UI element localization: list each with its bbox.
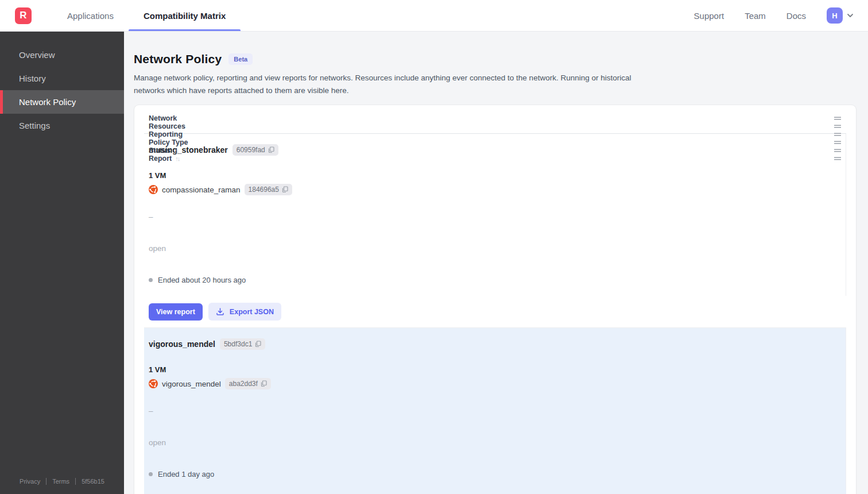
app-logo[interactable]: R xyxy=(15,7,32,24)
sidebar-footer: Privacy Terms 5f56b15 xyxy=(0,470,124,494)
sort-icon[interactable]: ↑↓ xyxy=(175,155,179,163)
col-label: Report xyxy=(149,155,172,163)
link-support[interactable]: Support xyxy=(694,11,724,21)
resource-id-badge[interactable]: aba2dd3f xyxy=(225,378,271,389)
copy-icon xyxy=(255,341,261,348)
col-label: Reporting xyxy=(149,130,183,138)
col-header-network[interactable]: Network xyxy=(144,114,846,122)
sort-icon[interactable]: ↑↓ xyxy=(174,147,178,155)
build-version: 5f56b15 xyxy=(82,478,104,485)
column-menu-icon[interactable] xyxy=(834,156,842,161)
sidebar-item-overview[interactable]: Overview xyxy=(0,43,124,67)
col-header-reporting[interactable]: Reporting xyxy=(144,130,846,138)
resource-count: 1 VM xyxy=(149,365,166,374)
networks-card: Network Resources Reporting Policy Type … xyxy=(134,105,857,494)
sidebar: Overview History Network Policy Settings… xyxy=(0,32,124,494)
footer-divider xyxy=(75,478,76,485)
col-header-policy-type[interactable]: Policy Type xyxy=(144,138,846,146)
col-header-status[interactable]: Status ↑↓ xyxy=(144,146,846,155)
resource-id: 184696a5 xyxy=(249,186,279,194)
network-row: vigorous_mendel 5bdf3dc1 1 VM vigorous_m… xyxy=(144,328,846,494)
footer-divider xyxy=(46,478,46,485)
report-cell: View report Export JSON xyxy=(144,296,846,327)
networks-table-header: Network Resources Reporting Policy Type … xyxy=(144,114,846,134)
column-menu-icon[interactable] xyxy=(834,124,842,129)
status-cell: Ended 1 day ago xyxy=(144,458,846,490)
status-cell: Ended about 20 hours ago xyxy=(144,264,846,296)
top-navigation: Applications Compatibility Matrix xyxy=(52,0,241,31)
main-content: Network Policy Beta Manage network polic… xyxy=(124,32,868,494)
tab-compatibility-matrix[interactable]: Compatibility Matrix xyxy=(129,0,241,31)
network-id-badge[interactable]: 5bdf3dc1 xyxy=(220,338,265,350)
column-menu-icon[interactable] xyxy=(834,148,842,153)
col-label: Status xyxy=(149,146,170,155)
resource-id: aba2dd3f xyxy=(229,380,258,388)
resource-id-badge[interactable]: 184696a5 xyxy=(245,184,292,195)
copy-icon xyxy=(261,380,267,387)
col-label: Resources xyxy=(149,122,185,130)
status-text: Ended about 20 hours ago xyxy=(158,276,246,284)
topbar-right: Support Team Docs H xyxy=(694,7,868,24)
column-menu-icon[interactable] xyxy=(834,140,842,145)
avatar[interactable]: H xyxy=(827,7,843,24)
ubuntu-icon xyxy=(149,185,158,194)
sidebar-nav: Overview History Network Policy Settings xyxy=(0,43,124,137)
network-name: vigorous_mendel xyxy=(149,339,215,349)
resources-cell: 1 VM compassionate_raman 184696a5 xyxy=(144,165,846,201)
status-dot-icon xyxy=(149,278,153,282)
sidebar-item-settings[interactable]: Settings xyxy=(0,114,124,137)
tab-applications[interactable]: Applications xyxy=(52,0,129,31)
network-id: 5bdf3dc1 xyxy=(224,340,252,348)
status-text: Ended 1 day ago xyxy=(158,470,214,478)
col-header-report[interactable]: Report ↑↓ xyxy=(144,155,846,163)
link-team[interactable]: Team xyxy=(745,11,766,21)
col-label: Network xyxy=(149,114,177,122)
page-description: Manage network policy, reporting and vie… xyxy=(134,72,639,97)
col-label: Policy Type xyxy=(149,138,188,146)
download-icon xyxy=(216,307,224,316)
user-menu[interactable]: H xyxy=(827,7,854,24)
resource-name[interactable]: vigorous_mendel xyxy=(162,380,221,388)
sidebar-item-history[interactable]: History xyxy=(0,67,124,90)
reporting-cell: – xyxy=(144,201,846,233)
column-menu-icon[interactable] xyxy=(834,116,842,121)
chevron-down-icon xyxy=(846,11,854,20)
column-menu-icon[interactable] xyxy=(834,132,842,137)
network-name-cell: vigorous_mendel 5bdf3dc1 xyxy=(144,328,846,360)
copy-icon xyxy=(282,186,288,193)
beta-badge: Beta xyxy=(228,53,253,65)
policy-type-cell: open xyxy=(144,427,846,458)
terms-link[interactable]: Terms xyxy=(52,478,69,485)
resources-cell: 1 VM vigorous_mendel aba2dd3f xyxy=(144,360,846,395)
ubuntu-icon xyxy=(149,379,158,388)
resource-name[interactable]: compassionate_raman xyxy=(162,186,241,194)
policy-type-cell: open xyxy=(144,233,846,264)
page-title: Network Policy xyxy=(134,52,222,66)
network-row: musing_stonebraker 60959fad 1 VM compass… xyxy=(144,134,846,328)
view-report-button[interactable]: View report xyxy=(149,303,203,321)
topbar: R Applications Compatibility Matrix Supp… xyxy=(0,0,868,32)
report-cell: Hide report Export JSON xyxy=(144,490,846,494)
sidebar-item-network-policy[interactable]: Network Policy xyxy=(0,90,124,114)
status-dot-icon xyxy=(149,472,153,476)
export-label: Export JSON xyxy=(230,308,274,316)
link-docs[interactable]: Docs xyxy=(786,11,806,21)
reporting-cell: – xyxy=(144,395,846,427)
resource-count: 1 VM xyxy=(149,171,166,180)
export-json-button[interactable]: Export JSON xyxy=(208,303,281,321)
privacy-link[interactable]: Privacy xyxy=(20,478,40,485)
col-header-resources[interactable]: Resources xyxy=(144,122,846,130)
